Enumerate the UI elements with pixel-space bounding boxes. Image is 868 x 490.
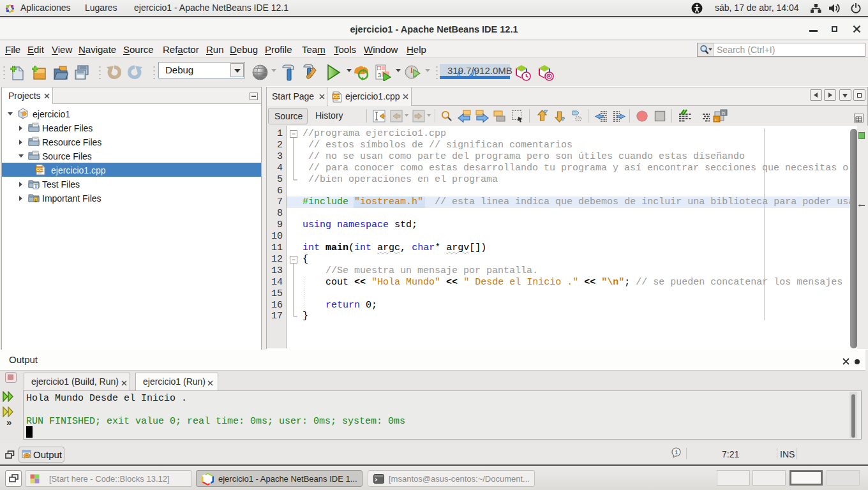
svg-text:T: T bbox=[34, 184, 38, 189]
svg-text:CC: CC bbox=[333, 94, 340, 99]
svg-text:h: h bbox=[722, 110, 725, 116]
svg-text:1: 1 bbox=[675, 449, 678, 456]
svg-text:c: c bbox=[715, 117, 718, 122]
svg-text:3: 3 bbox=[378, 72, 381, 78]
svg-text:CC: CC bbox=[36, 167, 43, 172]
